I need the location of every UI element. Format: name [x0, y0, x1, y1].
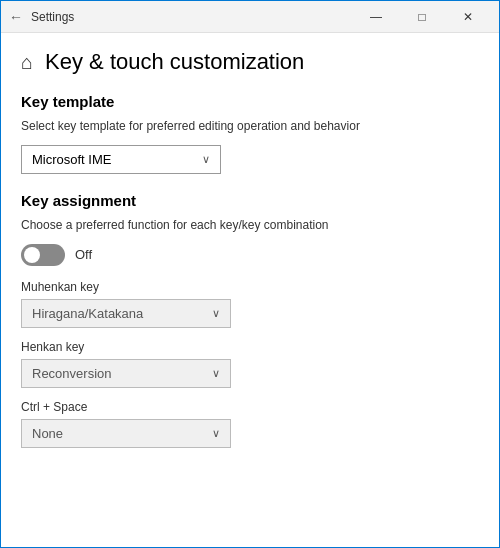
ctrl-space-row: Ctrl + Space None ∨ — [21, 400, 479, 448]
close-button[interactable]: ✕ — [445, 1, 491, 33]
chevron-down-icon: ∨ — [212, 307, 220, 320]
key-template-description: Select key template for preferred editin… — [21, 118, 479, 135]
key-template-dropdown[interactable]: Microsoft IME ∨ — [21, 145, 221, 174]
muhenkan-key-value: Hiragana/Katakana — [32, 306, 143, 321]
key-template-dropdown-value: Microsoft IME — [32, 152, 111, 167]
title-bar: ← Settings — □ ✕ — [1, 1, 499, 33]
key-assignment-section: Key assignment Choose a preferred functi… — [21, 192, 479, 448]
henkan-key-value: Reconversion — [32, 366, 112, 381]
settings-window: ← Settings — □ ✕ ⌂ Key & touch customiza… — [0, 0, 500, 548]
key-assignment-title: Key assignment — [21, 192, 479, 209]
window-controls: — □ ✕ — [353, 1, 491, 33]
window-title: Settings — [31, 10, 74, 24]
ctrl-space-value: None — [32, 426, 63, 441]
ctrl-space-label: Ctrl + Space — [21, 400, 479, 414]
henkan-key-label: Henkan key — [21, 340, 479, 354]
muhenkan-key-dropdown[interactable]: Hiragana/Katakana ∨ — [21, 299, 231, 328]
henkan-key-dropdown[interactable]: Reconversion ∨ — [21, 359, 231, 388]
henkan-key-row: Henkan key Reconversion ∨ — [21, 340, 479, 388]
page-title: Key & touch customization — [45, 49, 304, 75]
toggle-knob — [24, 247, 40, 263]
minimize-button[interactable]: — — [353, 1, 399, 33]
content-area: ⌂ Key & touch customization Key template… — [1, 33, 499, 547]
key-template-section: Key template Select key template for pre… — [21, 93, 479, 174]
chevron-down-icon: ∨ — [212, 427, 220, 440]
back-arrow-icon[interactable]: ← — [9, 9, 23, 25]
maximize-button[interactable]: □ — [399, 1, 445, 33]
key-assignment-description: Choose a preferred function for each key… — [21, 217, 479, 234]
toggle-row: Off — [21, 244, 479, 266]
key-assignment-toggle[interactable] — [21, 244, 65, 266]
chevron-down-icon: ∨ — [202, 153, 210, 166]
muhenkan-key-row: Muhenkan key Hiragana/Katakana ∨ — [21, 280, 479, 328]
title-bar-left: ← Settings — [9, 9, 353, 25]
toggle-label: Off — [75, 247, 92, 262]
chevron-down-icon: ∨ — [212, 367, 220, 380]
muhenkan-key-label: Muhenkan key — [21, 280, 479, 294]
ctrl-space-dropdown[interactable]: None ∨ — [21, 419, 231, 448]
page-header: ⌂ Key & touch customization — [21, 49, 479, 75]
home-icon: ⌂ — [21, 51, 33, 74]
key-template-title: Key template — [21, 93, 479, 110]
